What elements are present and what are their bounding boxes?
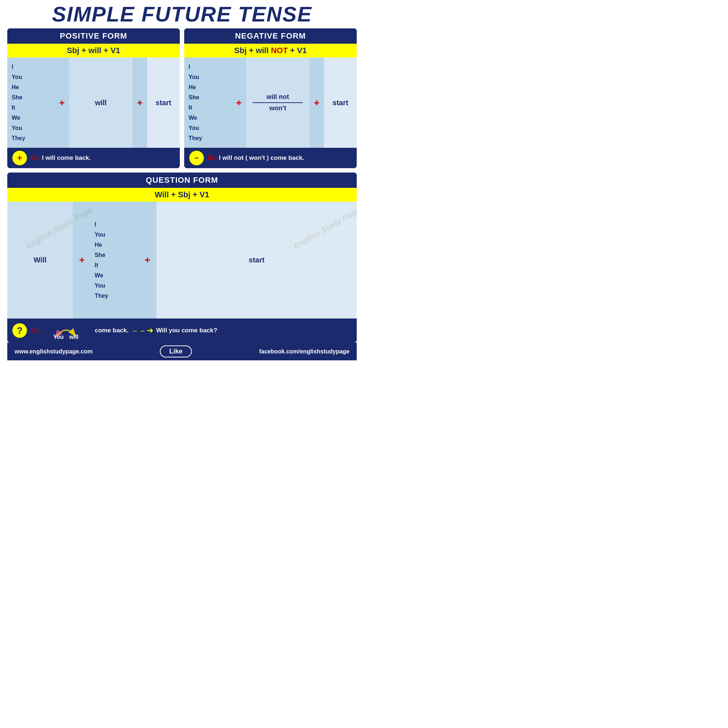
negative-subjects: IYouHeSheItWeYouThey — [184, 58, 231, 148]
question-will: Will — [7, 202, 73, 318]
question-answer: Will you come back? — [156, 327, 217, 334]
positive-subjects: IYouHeSheItWeYouThey — [7, 58, 55, 148]
question-plus-icon: + — [73, 202, 91, 318]
positive-plus2-icon: + — [133, 58, 147, 148]
negative-example: I will not ( won't ) come back. — [219, 154, 304, 161]
positive-header: POSITIVE FORM — [7, 28, 180, 44]
question-example-content: Ex: — [31, 321, 352, 340]
negative-badge: − — [189, 151, 204, 165]
you-word-svg: You — [53, 334, 64, 340]
positive-ex-label: Ex: — [31, 154, 40, 161]
positive-plus-icon: + — [55, 58, 69, 148]
question-header: QUESTION FORM — [7, 173, 357, 188]
negative-form-box: NEGATIVE FORM Sbj + will NOT + V1 IYouHe… — [184, 28, 357, 168]
dashed-arrow: – – ➜ — [133, 326, 153, 335]
page-title: SIMPLE FUTURE TENSE — [7, 4, 357, 25]
negative-verb: start — [324, 58, 357, 148]
question-plus2-icon: + — [138, 202, 156, 318]
page: SIMPLE FUTURE TENSE POSITIVE FORM Sbj + … — [0, 0, 364, 364]
top-sections: POSITIVE FORM Sbj + will + V1 IYouHeSheI… — [7, 28, 357, 168]
negative-formula-pre: Sbj + will — [234, 46, 271, 55]
positive-will: will — [69, 58, 133, 148]
question-table: English Study Page English Study Page Wi… — [7, 202, 357, 318]
negative-will-not: will not — [266, 93, 289, 101]
negative-example-bar: − Ex: I will not ( won't ) come back. — [184, 148, 357, 168]
negative-ex-label: Ex: — [208, 154, 217, 161]
like-button[interactable]: Like — [160, 346, 192, 358]
negative-example-text: Ex: I will not ( won't ) come back. — [208, 154, 304, 162]
positive-form-box: POSITIVE FORM Sbj + will + V1 IYouHeSheI… — [7, 28, 180, 168]
negative-formula-post: + V1 — [288, 46, 307, 55]
arrow-diagram: You will — [43, 321, 90, 340]
positive-subjects-list: IYouHeSheItWeYouThey — [12, 62, 50, 144]
negative-table: IYouHeSheItWeYouThey + will not won't + … — [184, 58, 357, 148]
question-form-box: QUESTION FORM Will + Sbj + V1 English St… — [7, 173, 357, 343]
positive-verb: start — [147, 58, 180, 148]
will-word-svg: will — [69, 334, 79, 340]
arrow-right-icon: ➜ — [147, 326, 153, 335]
question-badge: ? — [12, 323, 27, 338]
question-example-bar: ? Ex: — [7, 318, 357, 343]
positive-formula: Sbj + will + V1 — [7, 44, 180, 58]
question-subjects-list: IYouHeSheItWeYouThey — [95, 219, 108, 301]
positive-example: I will come back. — [42, 154, 91, 161]
arrow-svg: You will — [43, 321, 90, 340]
positive-example-bar: + Ex: I will come back. — [7, 148, 180, 168]
negative-subjects-list: IYouHeSheItWeYouThey — [188, 62, 227, 144]
negative-plus2-icon: + — [309, 58, 324, 148]
negative-header: NEGATIVE FORM — [184, 28, 357, 44]
positive-table: IYouHeSheItWeYouThey + will + start — [7, 58, 180, 148]
question-formula: Will + Sbj + V1 — [7, 188, 357, 202]
negative-divider — [252, 102, 303, 103]
question-ex-label: Ex: — [31, 327, 40, 334]
negative-will-not-col: will not won't — [246, 58, 309, 148]
footer-right: facebook.com/englishstudypage — [259, 348, 349, 355]
negative-wont: won't — [269, 104, 286, 112]
negative-plus-icon: + — [231, 58, 246, 148]
footer-left: www.englishstudypage.com — [15, 348, 93, 355]
footer: www.englishstudypage.com Like facebook.c… — [7, 343, 357, 360]
negative-formula: Sbj + will NOT + V1 — [184, 44, 357, 58]
positive-example-text: Ex: I will come back. — [31, 154, 91, 162]
come-back-text: come back. — [93, 326, 130, 335]
positive-badge: + — [12, 151, 27, 165]
question-subjects: IYouHeSheItWeYouThey — [91, 202, 138, 318]
question-verb: start — [156, 202, 357, 318]
negative-formula-not: NOT — [271, 46, 288, 55]
dash1: – – — [133, 327, 145, 335]
